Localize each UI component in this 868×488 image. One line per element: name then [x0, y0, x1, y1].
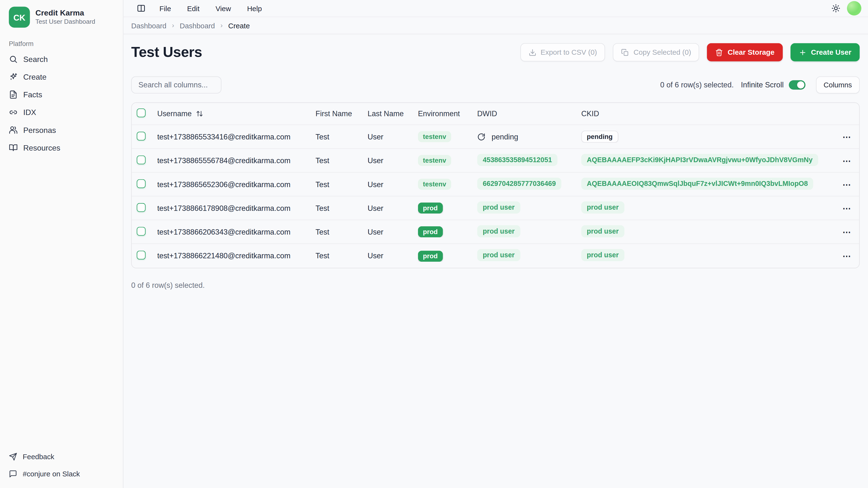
environment-badge: prod: [418, 250, 443, 261]
cell-last-name: User: [368, 132, 418, 141]
page-title: Test Users: [131, 44, 202, 61]
sidebar-item-conjure-slack[interactable]: #conjure on Slack: [4, 466, 118, 482]
columns-label: Columns: [824, 81, 852, 89]
row-checkbox[interactable]: [137, 251, 146, 259]
cell-username: test+1738865533416@creditkarma.com: [157, 132, 316, 141]
search-icon: [9, 55, 18, 64]
infinite-scroll-label: Infinite Scroll: [741, 81, 784, 89]
row-checkbox[interactable]: [137, 155, 146, 164]
cell-last-name: User: [368, 228, 418, 236]
table-row: test+1738865556784@creditkarma.com Test …: [132, 149, 859, 172]
table-row: test+1738865533416@creditkarma.com Test …: [132, 125, 859, 149]
theme-toggle-icon[interactable]: [831, 4, 840, 13]
ckid-pending-badge: pending: [581, 130, 618, 142]
cell-username: test+1738866221480@creditkarma.com: [157, 252, 316, 260]
row-actions-button[interactable]: ⋯: [843, 156, 851, 165]
ckid-value: prod user: [581, 201, 624, 213]
breadcrumb-separator-icon: ›: [172, 22, 174, 29]
environment-badge: testenv: [418, 155, 451, 166]
create-user-button[interactable]: Create User: [790, 43, 860, 61]
ckid-value: prod user: [581, 249, 624, 261]
column-header-first-name: First Name: [316, 110, 368, 118]
row-actions-button[interactable]: ⋯: [843, 252, 851, 260]
menu-file[interactable]: File: [159, 4, 171, 12]
sidebar-section-label: Platform: [4, 35, 118, 51]
row-checkbox[interactable]: [137, 203, 146, 212]
trash-icon: [715, 48, 723, 56]
sidebar-toggle-icon[interactable]: [137, 4, 146, 13]
environment-badge: testenv: [418, 178, 451, 190]
app-subtitle: Test User Dashboard: [35, 18, 95, 26]
column-header-username[interactable]: Username: [157, 110, 192, 118]
row-checkbox[interactable]: [137, 179, 146, 188]
row-actions-button[interactable]: ⋯: [843, 204, 851, 212]
sidebar-nav: Search Create Facts IDX Personas Resourc…: [4, 51, 118, 156]
dwid-value: prod user: [477, 249, 520, 261]
infinite-scroll-toggle[interactable]: [788, 80, 805, 90]
column-header-dwid: DWID: [477, 110, 581, 118]
dwid-value[interactable]: 6629704285777036469: [477, 177, 561, 190]
sidebar-item-label: Create: [23, 72, 46, 82]
sidebar-item-search[interactable]: Search: [4, 51, 118, 68]
sidebar-item-create[interactable]: Create: [4, 68, 118, 85]
cell-username: test+1738865556784@creditkarma.com: [157, 156, 316, 165]
plus-icon: [799, 48, 806, 56]
cell-first-name: Test: [316, 132, 368, 141]
row-checkbox[interactable]: [137, 227, 146, 235]
clear-storage-button[interactable]: Clear Storage: [707, 43, 783, 61]
column-header-ckid: CKID: [581, 110, 835, 118]
row-checkbox[interactable]: [137, 131, 146, 140]
cell-last-name: User: [368, 180, 418, 188]
cell-last-name: User: [368, 156, 418, 165]
ckid-value[interactable]: AQEBAAAAEOIQ83QmwSqlJbquF7z+vlJICWt+9mn0…: [581, 177, 813, 190]
message-square-icon: [9, 470, 17, 478]
breadcrumb-item[interactable]: Dashboard: [180, 21, 215, 30]
column-header-last-name: Last Name: [368, 110, 418, 118]
sidebar-item-feedback[interactable]: Feedback: [4, 449, 118, 464]
sidebar-header[interactable]: CK Credit Karma Test User Dashboard: [4, 6, 118, 35]
dwid-value: prod user: [477, 201, 520, 213]
table-selection-status: 0 of 6 row(s) selected.: [131, 281, 860, 289]
main-area: File Edit View Help Dashboard › Dashboar…: [124, 0, 868, 488]
sidebar-item-facts[interactable]: Facts: [4, 87, 118, 103]
row-actions-button[interactable]: ⋯: [843, 180, 851, 188]
cell-first-name: Test: [316, 156, 368, 165]
copy-icon: [621, 48, 629, 56]
cell-first-name: Test: [316, 180, 368, 188]
environment-badge: prod: [418, 226, 443, 237]
sidebar-item-label: Search: [23, 55, 48, 64]
cell-dwid: pending: [477, 132, 581, 141]
sort-icon[interactable]: [196, 110, 204, 118]
create-user-label: Create User: [811, 48, 851, 56]
app-name: Credit Karma: [35, 8, 95, 18]
menu-edit[interactable]: Edit: [187, 4, 199, 12]
credit-karma-logo: CK: [9, 6, 30, 28]
sidebar-item-personas[interactable]: Personas: [4, 122, 118, 138]
refresh-icon: [477, 132, 485, 141]
table-row: test+1738866178908@creditkarma.com Test …: [132, 196, 859, 220]
row-actions-button[interactable]: ⋯: [843, 228, 851, 236]
cell-last-name: User: [368, 252, 418, 260]
user-avatar[interactable]: [847, 1, 861, 15]
download-icon: [528, 48, 536, 56]
ckid-value[interactable]: AQEBAAAAEFP3cKi9KjHAPI3rVDwaAVRgjvwu+0Wf…: [581, 154, 818, 166]
sidebar-item-label: IDX: [23, 108, 36, 117]
menu-help[interactable]: Help: [247, 4, 262, 12]
menu-view[interactable]: View: [216, 4, 231, 12]
selection-summary: 0 of 6 row(s) selected.: [660, 81, 734, 89]
breadcrumb-item[interactable]: Dashboard: [131, 21, 166, 30]
copy-selected-button[interactable]: Copy Selected (0): [613, 43, 700, 61]
sidebar-item-idx[interactable]: IDX: [4, 104, 118, 121]
sidebar-item-resources[interactable]: Resources: [4, 139, 118, 156]
menu-bar: File Edit View Help: [124, 0, 868, 17]
select-all-checkbox[interactable]: [137, 108, 146, 118]
sidebar-item-label: #conjure on Slack: [23, 470, 80, 478]
search-input[interactable]: [131, 76, 222, 93]
export-csv-button[interactable]: Export to CSV (0): [520, 43, 605, 61]
column-header-environment: Environment: [418, 110, 477, 118]
dwid-value[interactable]: 453863535894512051: [477, 154, 558, 166]
columns-button[interactable]: Columns: [816, 76, 860, 93]
sparkles-icon: [9, 72, 18, 82]
breadcrumb-separator-icon: ›: [220, 22, 223, 29]
row-actions-button[interactable]: ⋯: [843, 132, 851, 141]
